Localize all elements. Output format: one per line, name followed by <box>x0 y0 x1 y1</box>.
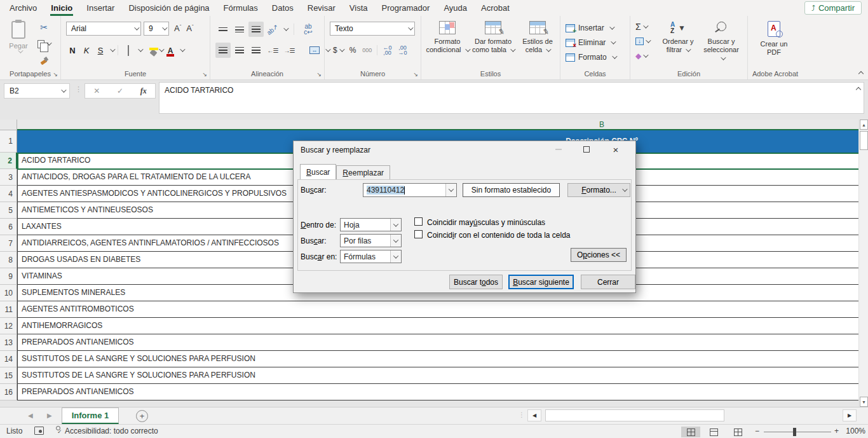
grid-cell[interactable]: SUSTITUTOS DE LA SANGRE Y SOLUCIONES PAR… <box>17 367 858 384</box>
align-bottom-button[interactable] <box>248 22 264 37</box>
number-format-select[interactable]: Texto <box>330 22 415 36</box>
insert-cells-button[interactable]: +Insertar <box>566 22 613 34</box>
row-header[interactable]: 10 <box>0 285 17 301</box>
collapse-ribbon-icon[interactable] <box>858 71 864 76</box>
scroll-down-button[interactable]: ▼ <box>860 397 868 407</box>
row-header[interactable]: 8 <box>0 252 17 268</box>
menu-tab-inicio[interactable]: Inicio <box>44 0 79 16</box>
name-box[interactable]: B2 <box>4 83 70 99</box>
vertical-scrollbar[interactable]: ▲ ▼ <box>858 120 868 407</box>
previous-sheet-icon[interactable]: ◀ <box>28 412 33 419</box>
row-header[interactable]: 12 <box>0 318 17 334</box>
borders-button[interactable] <box>122 46 135 55</box>
wrap-text-button[interactable]: abc↩ <box>301 22 316 37</box>
row-header[interactable]: 16 <box>0 384 17 400</box>
decrease-font-button[interactable]: Aˇ <box>186 24 193 33</box>
currency-button[interactable]: $ <box>330 46 346 55</box>
look-in-select[interactable]: Fórmulas <box>340 250 402 263</box>
align-middle-button[interactable] <box>232 22 247 37</box>
zoom-level[interactable]: 100% <box>845 427 865 435</box>
tab-scrollbar-splitter[interactable]: ⋮ <box>519 411 525 418</box>
formula-input[interactable]: ACIDO TARTARICO <box>159 82 864 114</box>
menu-tab-programador[interactable]: Programador <box>375 0 437 16</box>
underline-button[interactable]: S <box>94 46 107 55</box>
horizontal-scrollbar-thumb[interactable] <box>545 409 724 421</box>
scroll-up-button[interactable]: ▲ <box>860 120 868 130</box>
close-button[interactable]: × <box>605 141 627 158</box>
increase-font-button[interactable]: Aˆ <box>174 24 181 33</box>
tab-reemplazar[interactable]: Reemplazar <box>336 165 390 179</box>
percent-button[interactable]: % <box>346 46 360 55</box>
zoom-out-button[interactable]: − <box>755 427 759 435</box>
scroll-right-button[interactable]: ▶ <box>843 409 857 421</box>
format-cells-button[interactable]: Formato <box>566 51 616 63</box>
bold-button[interactable]: N <box>66 46 79 55</box>
sort-filter-button[interactable]: AZ▼ Ordenar y filtrar <box>658 21 698 72</box>
dialog-launcher-icon[interactable]: ↘ <box>53 72 58 77</box>
row-header[interactable]: 4 <box>0 186 17 202</box>
row-header[interactable]: 6 <box>0 219 17 235</box>
column-header-b[interactable]: B <box>570 120 634 129</box>
merge-center-button[interactable]: ↔ <box>307 43 322 58</box>
combo-dropdown-button[interactable] <box>445 184 456 196</box>
decrease-indent-button[interactable]: ←☰ <box>265 43 280 58</box>
menu-tab-ayuda[interactable]: Ayuda <box>437 0 474 16</box>
row-header[interactable]: 1 <box>0 130 17 153</box>
menu-tab-vista[interactable]: Vista <box>342 0 375 16</box>
dialog-launcher-icon[interactable]: ↘ <box>413 72 418 77</box>
menu-tab-revisar[interactable]: Revisar <box>301 0 342 16</box>
thousands-separator-button[interactable]: 000 <box>359 47 375 53</box>
sheet-tab-informe-1[interactable]: Informe 1 <box>62 407 119 424</box>
dialog-launcher-icon[interactable]: ↘ <box>202 72 207 77</box>
grid-cell[interactable]: AGENTES ANTITROMBOTICOS <box>17 301 858 318</box>
orientation-button[interactable]: ab↗ <box>265 22 280 37</box>
combo-dropdown-button[interactable] <box>390 250 401 263</box>
row-header[interactable]: 5 <box>0 202 17 219</box>
status-accessibility[interactable]: Accesibilidad: todo correcto <box>65 427 158 435</box>
menu-tab-disposici-n-de-p-gina[interactable]: Disposición de página <box>121 0 216 16</box>
font-size-select[interactable]: 9 <box>144 22 169 36</box>
zoom-slider-track[interactable] <box>764 432 831 432</box>
font-color-button[interactable]: A <box>164 46 177 55</box>
menu-tab-archivo[interactable]: Archivo <box>3 0 44 16</box>
row-header[interactable]: 7 <box>0 235 17 252</box>
menu-tab-acrobat[interactable]: Acrobat <box>474 0 517 16</box>
increase-decimal-button[interactable]: ←0,00 <box>379 45 395 55</box>
clear-button[interactable]: ◆ <box>635 50 649 62</box>
find-what-input[interactable]: 439110412 <box>363 183 457 197</box>
row-header[interactable]: 13 <box>0 334 17 351</box>
share-button[interactable]: ⤴ Compartir <box>804 1 862 15</box>
menu-tab-f-rmulas[interactable]: Fórmulas <box>217 0 265 16</box>
within-select[interactable]: Hoja <box>340 218 402 231</box>
cut-button[interactable]: ✂ <box>37 21 51 34</box>
view-normal-button[interactable] <box>681 427 700 437</box>
view-page-break-button[interactable] <box>728 427 747 437</box>
dialog-title-bar[interactable]: Buscar y reemplazar × <box>294 141 635 158</box>
align-top-button[interactable] <box>215 22 231 37</box>
zoom-in-button[interactable]: + <box>834 427 839 435</box>
formula-bar-splitter[interactable]: ⋮ <box>75 85 82 93</box>
view-page-layout-button[interactable] <box>704 427 723 437</box>
menu-tab-insertar[interactable]: Insertar <box>79 0 121 16</box>
scroll-left-button[interactable]: ◀ <box>527 409 541 421</box>
match-entire-cell-checkbox[interactable] <box>414 230 423 238</box>
column-header[interactable]: B <box>17 120 858 130</box>
format-painter-button[interactable] <box>37 54 51 67</box>
autosum-button[interactable]: Σ <box>635 21 649 32</box>
close-dialog-button[interactable]: Cerrar <box>581 275 635 289</box>
dialog-launcher-icon[interactable]: ↘ <box>316 72 322 77</box>
copy-button[interactable] <box>37 38 51 50</box>
align-center-button[interactable] <box>232 43 247 58</box>
fill-button[interactable]: ↓ <box>635 36 649 47</box>
align-left-button[interactable] <box>215 43 231 58</box>
row-header[interactable]: 11 <box>0 301 17 318</box>
vertical-scrollbar-thumb[interactable] <box>860 131 868 150</box>
align-right-button[interactable] <box>248 43 264 58</box>
find-next-button[interactable]: Buscar siguiente <box>508 275 574 289</box>
row-header[interactable]: 14 <box>0 351 17 367</box>
increase-indent-button[interactable]: →☰ <box>281 43 297 58</box>
search-by-select[interactable]: Por filas <box>340 234 402 247</box>
cell-styles-button[interactable]: ✎ Estilos de celda <box>515 21 560 72</box>
conditional-formatting-button[interactable]: Formato condicional <box>425 21 470 72</box>
combo-dropdown-button[interactable] <box>390 219 401 231</box>
